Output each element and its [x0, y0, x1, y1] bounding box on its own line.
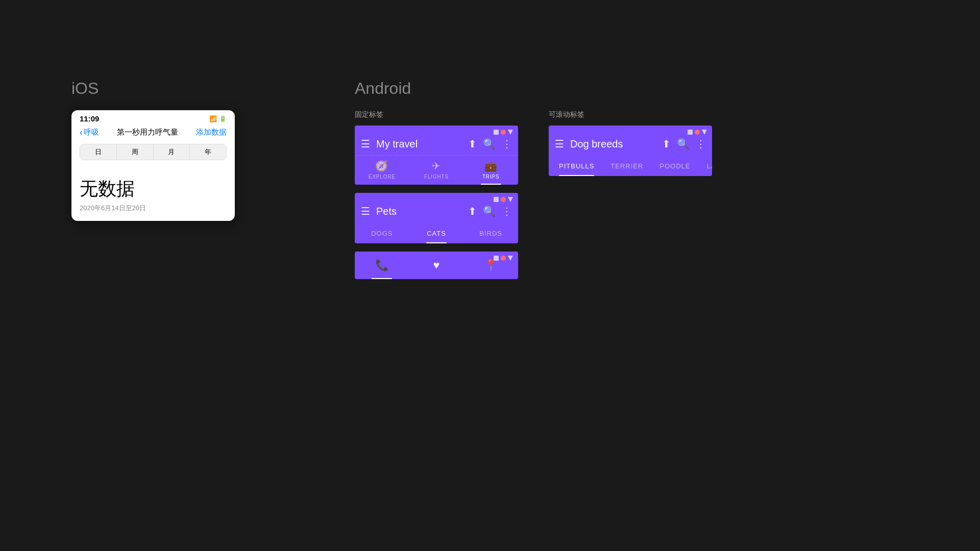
app-bar-title-travel: My travel: [376, 138, 462, 150]
android-section: Android 固定标签 ☰ My travel ⬆ 🔍 ⋮: [355, 79, 712, 287]
scrollable-tabs-label: 可滚动标签: [549, 110, 712, 119]
tab-pitbulls[interactable]: PITBULLS: [551, 155, 602, 176]
ios-card: 11:09 📶 🔋 ‹ 呼吸 第一秒用力呼气量 添加数据 日 周 月 年 无数据…: [71, 110, 235, 221]
bottom-nav-location[interactable]: 📍: [463, 252, 518, 279]
ios-date-range: 2020年6月14日至20日: [80, 204, 227, 213]
ios-tab-month[interactable]: 月: [154, 144, 190, 160]
location-icon: 📍: [484, 259, 498, 272]
ios-content: 无数据 2020年6月14日至20日: [71, 166, 235, 221]
android-section-title: Android: [355, 79, 712, 98]
ios-no-data-label: 无数据: [80, 177, 227, 202]
wc-circle-2: [501, 197, 506, 202]
flights-icon: ✈: [432, 160, 441, 172]
search-icon-1[interactable]: 🔍: [483, 138, 496, 150]
tab-lab[interactable]: LAB: [699, 155, 712, 176]
search-icon-3[interactable]: 🔍: [677, 138, 690, 150]
hamburger-icon-3[interactable]: ☰: [555, 138, 564, 150]
wc-square-2: [494, 197, 499, 202]
fixed-tabs-label: 固定标签: [355, 110, 518, 119]
ios-status-bar: 11:09 📶 🔋: [71, 110, 235, 125]
hamburger-icon-2[interactable]: ☰: [361, 205, 370, 217]
more-icon-3[interactable]: ⋮: [696, 138, 706, 150]
share-icon-3[interactable]: ⬆: [662, 138, 671, 150]
wc-square-4: [688, 130, 693, 135]
trips-icon: 💼: [484, 160, 498, 172]
ios-nav-title: 第一秒用力呼气量: [117, 128, 178, 137]
ios-nav: ‹ 呼吸 第一秒用力呼气量 添加数据: [71, 125, 235, 142]
back-arrow-icon: ‹: [80, 127, 83, 138]
app-bar-title-dog-breeds: Dog breeds: [570, 138, 656, 150]
tab-flights[interactable]: ✈ FLIGHTS: [409, 156, 464, 185]
tab-explore-label: EXPLORE: [369, 174, 396, 180]
tab-cats[interactable]: CATS: [409, 222, 464, 243]
share-icon-1[interactable]: ⬆: [468, 138, 477, 150]
window-controls-4: [688, 130, 707, 135]
ios-back-button[interactable]: ‹ 呼吸: [80, 127, 99, 138]
tab-bar-dog-breeds: PITBULLS TERRIER POODLE LAB: [549, 155, 712, 176]
ios-time: 11:09: [80, 114, 99, 123]
wc-triangle-2: [508, 197, 513, 202]
android-card-dog-breeds: ☰ Dog breeds ⬆ 🔍 ⋮ PITBULLS TERRIER POOD…: [549, 126, 712, 176]
share-icon-2[interactable]: ⬆: [468, 205, 477, 217]
battery-icon: 🔋: [219, 115, 227, 122]
android-subsections: 固定标签 ☰ My travel ⬆ 🔍 ⋮ 🧭: [355, 110, 712, 287]
tab-birds[interactable]: BIRDS: [463, 222, 518, 243]
android-card-travel: ☰ My travel ⬆ 🔍 ⋮ 🧭 EXPLORE ✈ FLIGHTS: [355, 126, 518, 185]
search-icon-2[interactable]: 🔍: [483, 205, 496, 217]
ios-tabs: 日 周 月 年: [80, 144, 227, 160]
more-icon-2[interactable]: ⋮: [502, 205, 512, 217]
tab-terrier[interactable]: TERRIER: [602, 155, 651, 176]
tab-explore[interactable]: 🧭 EXPLORE: [355, 156, 409, 185]
wc-circle-4: [695, 130, 700, 135]
more-icon-1[interactable]: ⋮: [502, 138, 512, 150]
ios-add-data-button[interactable]: 添加数据: [196, 128, 227, 137]
wifi-icon: 📶: [209, 115, 217, 122]
tab-trips-label: TRIPS: [482, 174, 499, 180]
window-controls-2: [494, 197, 513, 202]
tab-bar-travel: 🧭 EXPLORE ✈ FLIGHTS 💼 TRIPS: [355, 155, 518, 185]
wc-triangle-4: [702, 130, 707, 135]
android-fixed-section: 固定标签 ☰ My travel ⬆ 🔍 ⋮ 🧭: [355, 110, 518, 287]
hamburger-icon-1[interactable]: ☰: [361, 138, 370, 150]
android-card-bottom-nav: 📞 ♥ 📍: [355, 252, 518, 279]
ios-tab-week[interactable]: 周: [117, 144, 154, 160]
android-scrollable-section: 可滚动标签 ☰ Dog breeds ⬆ 🔍 ⋮ PITBULLS TE: [549, 110, 712, 184]
bottom-nav-heart[interactable]: ♥: [409, 252, 464, 279]
wc-square-1: [494, 130, 499, 135]
ios-section: iOS 11:09 📶 🔋 ‹ 呼吸 第一秒用力呼气量 添加数据 日 周 月 年…: [71, 79, 235, 221]
window-controls-1: [494, 130, 513, 135]
tab-dogs[interactable]: DOGS: [355, 222, 409, 243]
ios-status-icons: 📶 🔋: [209, 115, 227, 122]
phone-icon: 📞: [375, 259, 389, 272]
ios-section-title: iOS: [71, 79, 235, 98]
heart-icon: ♥: [433, 259, 439, 272]
tab-flights-label: FLIGHTS: [424, 174, 449, 180]
tab-trips[interactable]: 💼 TRIPS: [463, 156, 518, 185]
tab-poodle[interactable]: POODLE: [651, 155, 698, 176]
ios-tab-day[interactable]: 日: [80, 144, 117, 160]
app-bar-title-pets: Pets: [376, 206, 462, 217]
wc-circle-1: [501, 130, 506, 135]
wc-triangle-1: [508, 130, 513, 135]
ios-back-label: 呼吸: [84, 128, 99, 137]
explore-icon: 🧭: [375, 160, 388, 172]
tab-bar-pets: DOGS CATS BIRDS: [355, 222, 518, 243]
android-card-pets: ☰ Pets ⬆ 🔍 ⋮ DOGS CATS BIRDS: [355, 193, 518, 243]
bottom-nav-phone[interactable]: 📞: [355, 252, 409, 279]
bottom-nav: 📞 ♥ 📍: [355, 252, 518, 279]
ios-tab-year[interactable]: 年: [190, 144, 226, 160]
